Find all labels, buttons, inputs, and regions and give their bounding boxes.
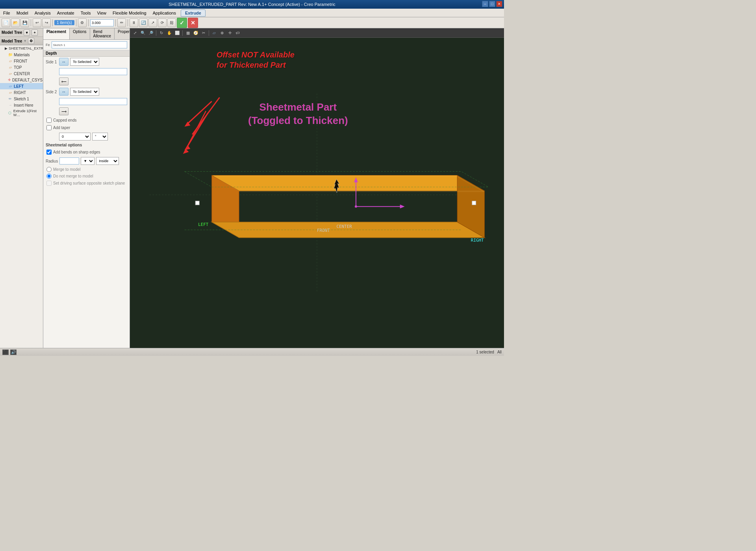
annotations-button[interactable]: 🏷	[234, 30, 241, 37]
tree-left-label: LEFT	[14, 84, 24, 89]
datum-planes-button[interactable]: ▱	[211, 30, 218, 37]
model-tree-settings[interactable]: ▼	[24, 30, 30, 36]
sketch-ref-label: Fe	[46, 43, 50, 47]
menu-annotate[interactable]: Annotate	[54, 9, 78, 17]
svg-rect-15	[472, 201, 476, 205]
maximize-button[interactable]: □	[489, 1, 495, 7]
titlebar: SHEETMETAL_EXTRUDED_PART Rev: New A.1+ C…	[0, 0, 504, 9]
side1-ref-input[interactable]: RIGHT:F(DAT...	[59, 68, 127, 75]
set-driving-label: Set driving surface opposite sketch plan…	[53, 181, 125, 185]
side2-direction-button[interactable]: ⟶	[59, 107, 69, 115]
pan-button[interactable]: ✋	[166, 30, 173, 37]
side2-option-select[interactable]: To Selected Blind Through All	[70, 88, 99, 96]
inside-outside-select[interactable]: Inside Outside	[96, 157, 119, 165]
vp-sep-3	[209, 30, 209, 36]
offset-text-line1: Offset NOT Available	[217, 50, 295, 59]
add-taper-checkbox[interactable]	[46, 125, 52, 130]
radius-unit-select[interactable]: ▼	[81, 157, 94, 165]
set-driving-checkbox[interactable]	[46, 181, 52, 186]
no-merge-radio[interactable]	[46, 174, 52, 179]
options-tab[interactable]: Options	[70, 28, 90, 39]
save-button[interactable]: 💾	[20, 18, 29, 27]
minimize-button[interactable]: –	[482, 1, 488, 7]
zoom-out-button[interactable]: 🔎	[147, 30, 154, 37]
extrude-tab[interactable]: Extrude	[181, 9, 206, 17]
tree-item-left[interactable]: ▱ LEFT	[0, 83, 43, 89]
zoom-fit-button[interactable]: ⤢	[132, 30, 139, 37]
bend-allowance-tab[interactable]: Bend Allowance	[90, 28, 115, 39]
menu-tools[interactable]: Tools	[78, 9, 94, 17]
tree-item-model[interactable]: ▶ SHEETMETAL_EXTRUDE	[0, 45, 43, 52]
option-tabs: Placement Options Bend Allowance Propert…	[43, 28, 130, 40]
tree-item-sketch1[interactable]: ✏ Sketch 1	[0, 96, 43, 102]
depth-value-input[interactable]	[90, 19, 114, 26]
svg-marker-3	[212, 175, 485, 191]
menu-view[interactable]: View	[94, 9, 109, 17]
new-button[interactable]: 📄	[2, 18, 10, 27]
placement-tab[interactable]: Placement	[43, 28, 70, 39]
datum-csys-button[interactable]: ✛	[226, 30, 233, 37]
tree-item-center[interactable]: ▱ CENTER	[0, 70, 43, 77]
add-taper-row: Add taper	[43, 124, 130, 131]
set-driving-row: Set driving surface opposite sketch plan…	[43, 179, 130, 187]
spin-button[interactable]: ↻	[158, 30, 165, 37]
tree-front-label: FRONT	[14, 59, 27, 63]
tree-item-extrude1[interactable]: ⬡ Extrude 1(First W…	[0, 108, 43, 118]
tree-item-csys[interactable]: ✛ DEFAULT_CSYS	[0, 77, 43, 83]
cancel-button[interactable]: ✕	[188, 18, 198, 28]
menu-file[interactable]: File	[0, 9, 13, 17]
side2-ref-input[interactable]: MATS(DATUM F	[59, 98, 127, 105]
add-bends-checkbox[interactable]	[46, 150, 52, 155]
statusbar-icon-2[interactable]: 🔊	[10, 349, 17, 355]
tree-item-insert[interactable]: → Insert Here	[0, 102, 43, 108]
tree-item-top[interactable]: ▱ TOP	[0, 64, 43, 70]
display-style-button[interactable]: ▦	[184, 30, 191, 37]
pause-button[interactable]: ⏸	[130, 18, 138, 27]
confirm-button[interactable]: ✓	[177, 18, 187, 28]
datum-axes-button[interactable]: ⊕	[219, 30, 226, 37]
loop-button[interactable]: ⟳	[158, 18, 167, 27]
vp-sep-2	[182, 30, 183, 36]
side1-ref-row: RIGHT:F(DAT...	[43, 67, 130, 76]
undo-button[interactable]: ↩	[33, 18, 41, 27]
edit-button[interactable]: ✏	[117, 18, 126, 27]
arrow-button[interactable]: ↗	[148, 18, 157, 27]
statusbar-icon-1[interactable]: ⬛	[2, 349, 9, 355]
close-button[interactable]: ✕	[496, 1, 502, 7]
open-button[interactable]: 📂	[11, 18, 20, 27]
orient-button[interactable]: 🧭	[192, 30, 199, 37]
tree-item-front[interactable]: ▱ FRONT	[0, 58, 43, 64]
insert-icon: →	[8, 103, 13, 107]
menu-applications[interactable]: Applications	[150, 9, 179, 17]
tree-item-materials[interactable]: 📁 Materials	[0, 52, 43, 58]
zoom-in-button[interactable]: 🔍	[139, 30, 146, 37]
regenerate-button[interactable]: ⚙	[78, 18, 87, 27]
capped-ends-checkbox[interactable]	[46, 118, 52, 123]
merge-model-radio[interactable]	[46, 167, 52, 172]
no-merge-row: Do not merge to model	[43, 173, 130, 179]
model-tree-expand[interactable]: +	[32, 30, 38, 36]
section-button[interactable]: ✂	[200, 30, 207, 37]
side1-option-select[interactable]: To Selected Blind Through All Symmetric	[70, 58, 99, 66]
menu-flexible-modeling[interactable]: Flexible Modeling	[109, 9, 150, 17]
radius-input[interactable]: 3.0	[59, 157, 79, 165]
zoom-box-button[interactable]: ⬜	[174, 30, 181, 37]
side1-flip-button[interactable]: ↔	[59, 58, 69, 66]
tree-item-right[interactable]: ▱ RIGHT	[0, 89, 43, 96]
chain-button[interactable]: ⛓	[167, 18, 176, 27]
taper-unit-select[interactable]: °	[92, 133, 108, 141]
sheetmetal-text-line1: Sheetmetal Part	[259, 101, 337, 113]
no-merge-label: Do not merge to model	[53, 174, 93, 178]
col-settings-button[interactable]: ⚙	[28, 38, 34, 44]
side2-flip-button[interactable]: ↔	[59, 88, 69, 96]
menu-model[interactable]: Model	[13, 9, 32, 17]
separator-1	[31, 19, 31, 26]
properties-tab[interactable]: Properties	[115, 28, 130, 39]
side1-direction-button[interactable]: ⟵	[59, 78, 69, 85]
taper-value-select[interactable]: 0	[59, 133, 91, 141]
redo-button[interactable]: ↪	[42, 18, 51, 27]
refresh-button[interactable]: 🔄	[139, 18, 148, 27]
menu-analysis[interactable]: Analysis	[32, 9, 54, 17]
sketch-ref-input[interactable]	[52, 41, 127, 48]
viewport-canvas[interactable]: LEFT RIGHT FRONT CENTER	[130, 38, 504, 348]
